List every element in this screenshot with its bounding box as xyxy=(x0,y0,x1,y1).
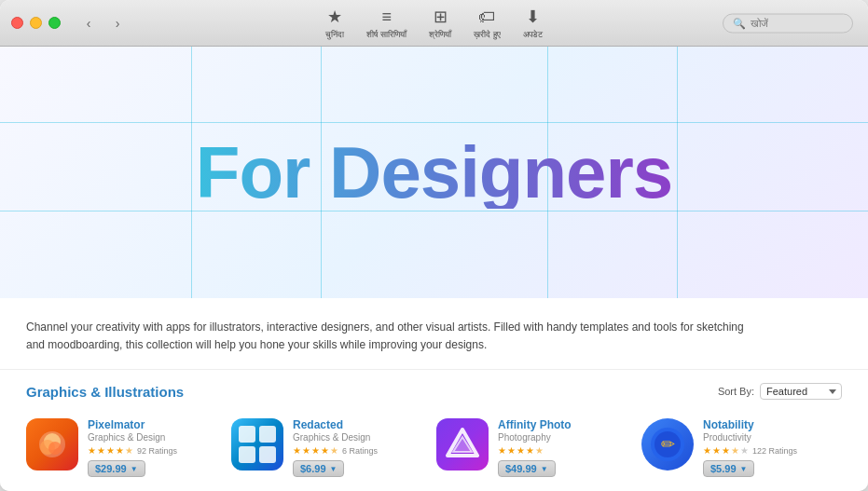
chevron-down-icon: ▼ xyxy=(541,465,548,473)
app-card-notability[interactable]: ✏ Notability Productivity ★★★★★ 122 Rati… xyxy=(632,409,837,486)
apps-grid: Pixelmator Graphics & Design ★★★★★ 92 Ra… xyxy=(0,409,868,491)
hero-title: For Designers xyxy=(196,136,672,209)
app-icon-pixelmator xyxy=(26,418,78,471)
updates-icon: ⬇ xyxy=(526,7,540,27)
chevron-down-icon: ▼ xyxy=(330,465,338,473)
price-button-affinity_photo[interactable]: $49.99 ▼ xyxy=(498,460,556,477)
grid-line xyxy=(677,47,678,298)
hero-banner: For Designers xyxy=(0,47,868,298)
purchased-label: ख़रीदे हुए xyxy=(474,30,501,40)
search-box[interactable]: 🔍 xyxy=(723,13,853,33)
sort-by-label: Sort By: xyxy=(718,386,754,397)
tab-categories[interactable]: ⊞ श्रेणियाँ xyxy=(429,7,451,40)
traffic-lights xyxy=(11,17,61,29)
sort-select[interactable]: FeaturedMost RecentTop Rated xyxy=(760,383,842,400)
purchased-icon: 🏷 xyxy=(478,7,495,27)
sort-container: Sort By: FeaturedMost RecentTop Rated xyxy=(718,383,842,400)
search-input[interactable] xyxy=(751,18,843,29)
app-category-pixelmator: Graphics & Design xyxy=(88,432,213,443)
section-header: Graphics & Illustrations Sort By: Featur… xyxy=(0,370,868,409)
star-full: ★ xyxy=(526,445,534,456)
app-icon-redacted xyxy=(231,418,283,471)
featured-label: चुनिंदा xyxy=(325,30,344,40)
app-icon-affinity xyxy=(436,418,489,471)
nav-arrows: ‹ › xyxy=(76,14,131,33)
ratings-count: 122 Ratings xyxy=(752,446,797,456)
titlebar: ‹ › ★ चुनिंदा ≡ शीर्ष सारिणियाँ ⊞ श्रेणि… xyxy=(0,0,868,47)
app-name-pixelmator[interactable]: Pixelmator xyxy=(88,418,213,431)
app-card-affinity_photo[interactable]: Affinity Photo Photography ★★★★★ $49.99 … xyxy=(427,409,632,486)
star-full: ★ xyxy=(293,445,301,456)
price-button-notability[interactable]: $5.99 ▼ xyxy=(703,460,754,477)
app-info-notability: Notability Productivity ★★★★★ 122 Rating… xyxy=(703,418,828,477)
star-full: ★ xyxy=(97,445,105,456)
star-half: ★ xyxy=(535,445,544,456)
app-icon-notability: ✏ xyxy=(641,418,694,471)
categories-label: श्रेणियाँ xyxy=(429,30,451,40)
tab-updates[interactable]: ⬇ अपडेट xyxy=(523,7,543,40)
star-half: ★ xyxy=(125,445,133,456)
search-icon: 🔍 xyxy=(733,17,746,29)
grid-line xyxy=(191,47,192,298)
app-stars-affinity_photo: ★★★★★ xyxy=(498,445,623,456)
top_charts-icon: ≡ xyxy=(381,7,392,27)
app-name-notability[interactable]: Notability xyxy=(703,418,828,431)
app-category-redacted: Graphics & Design xyxy=(293,432,418,443)
chevron-down-icon: ▼ xyxy=(131,465,138,473)
app-category-affinity_photo: Photography xyxy=(498,432,623,443)
star-full: ★ xyxy=(712,445,721,456)
ratings-count: 6 Ratings xyxy=(342,446,378,456)
svg-text:✏: ✏ xyxy=(661,435,675,454)
grid-line xyxy=(0,122,868,123)
app-category-notability: Productivity xyxy=(703,432,828,443)
star-full: ★ xyxy=(321,445,329,456)
ratings-count: 92 Ratings xyxy=(137,446,177,456)
description-section: Channel your creativity with apps for il… xyxy=(0,298,868,370)
main-content: For Designers Channel your creativity wi… xyxy=(0,47,868,491)
tab-purchased[interactable]: 🏷 ख़रीदे हुए xyxy=(474,7,501,40)
star-full: ★ xyxy=(517,445,525,456)
section-title: Graphics & Illustrations xyxy=(26,384,184,400)
featured-icon: ★ xyxy=(327,7,342,27)
svg-point-3 xyxy=(48,442,62,455)
star-full: ★ xyxy=(703,445,711,456)
app-stars-redacted: ★★★★★ 6 Ratings xyxy=(293,445,418,456)
app-stars-pixelmator: ★★★★★ 92 Ratings xyxy=(88,445,213,456)
app-stars-notability: ★★★★★ 122 Ratings xyxy=(703,445,828,456)
star-full: ★ xyxy=(88,445,96,456)
star-full: ★ xyxy=(302,445,310,456)
forward-button[interactable]: › xyxy=(104,14,131,33)
star-empty: ★ xyxy=(740,445,749,456)
back-button[interactable]: ‹ xyxy=(76,14,102,33)
description-text: Channel your creativity with apps for il… xyxy=(26,319,753,354)
app-card-redacted[interactable]: Redacted Graphics & Design ★★★★★ 6 Ratin… xyxy=(222,409,427,486)
star-full: ★ xyxy=(722,445,730,456)
toolbar-tabs: ★ चुनिंदा ≡ शीर्ष सारिणियाँ ⊞ श्रेणियाँ … xyxy=(325,0,542,46)
app-card-pixelmator[interactable]: Pixelmator Graphics & Design ★★★★★ 92 Ra… xyxy=(17,409,222,486)
star-half: ★ xyxy=(731,445,739,456)
app-info-pixelmator: Pixelmator Graphics & Design ★★★★★ 92 Ra… xyxy=(88,418,213,477)
updates-label: अपडेट xyxy=(523,30,543,40)
close-button[interactable] xyxy=(11,17,23,29)
maximize-button[interactable] xyxy=(48,17,61,29)
star-full: ★ xyxy=(116,445,124,456)
tab-top_charts[interactable]: ≡ शीर्ष सारिणियाँ xyxy=(366,7,406,40)
star-full: ★ xyxy=(106,445,115,456)
tab-featured[interactable]: ★ चुनिंदा xyxy=(325,7,344,40)
minimize-button[interactable] xyxy=(30,17,42,29)
price-button-redacted[interactable]: $6.99 ▼ xyxy=(293,460,344,477)
app-info-redacted: Redacted Graphics & Design ★★★★★ 6 Ratin… xyxy=(293,418,418,477)
app-name-affinity_photo[interactable]: Affinity Photo xyxy=(498,418,623,431)
star-half: ★ xyxy=(330,445,338,456)
star-full: ★ xyxy=(311,445,320,456)
app-name-redacted[interactable]: Redacted xyxy=(293,418,418,431)
price-button-pixelmator[interactable]: $29.99 ▼ xyxy=(88,460,145,477)
top_charts-label: शीर्ष सारिणियाँ xyxy=(366,30,406,40)
app-window: ‹ › ★ चुनिंदा ≡ शीर्ष सारिणियाँ ⊞ श्रेणि… xyxy=(0,0,868,491)
app-info-affinity_photo: Affinity Photo Photography ★★★★★ $49.99 … xyxy=(498,418,623,477)
star-full: ★ xyxy=(498,445,506,456)
star-full: ★ xyxy=(507,445,516,456)
chevron-down-icon: ▼ xyxy=(740,465,748,473)
categories-icon: ⊞ xyxy=(434,7,448,27)
